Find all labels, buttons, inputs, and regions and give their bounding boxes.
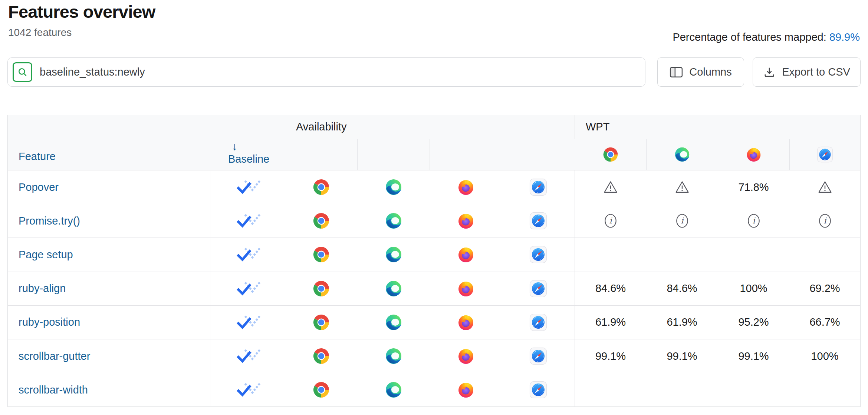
baseline-status-cell — [210, 305, 285, 339]
wpt-score-cell: 61.9% — [575, 305, 646, 339]
wpt-score-cell: 66.7% — [789, 305, 860, 339]
columns-button-label: Columns — [689, 66, 731, 78]
availability-subheader-cell — [502, 139, 575, 170]
svg-text:i: i — [609, 216, 613, 225]
wpt-score-cell: i — [646, 204, 718, 238]
wpt-score-cell: 99.1% — [646, 339, 718, 373]
availability-subheader-cell — [357, 139, 430, 170]
feature-link[interactable]: Popover — [19, 181, 59, 193]
baseline-newly-icon — [234, 247, 261, 262]
feature-link[interactable]: scrollbar-gutter — [19, 350, 90, 362]
availability-cell — [357, 373, 430, 406]
chrome-icon — [312, 347, 330, 365]
svg-text:i: i — [681, 216, 684, 225]
info-icon[interactable]: i — [603, 212, 618, 230]
edge-icon — [385, 347, 402, 365]
mapped-percentage-label: Percentage of features mapped: — [673, 31, 826, 43]
search-box[interactable] — [7, 57, 645, 87]
wpt-subheader-cell — [646, 139, 718, 170]
wpt-score-cell — [718, 373, 789, 406]
availability-cell — [357, 204, 430, 238]
mapped-percentage-link[interactable]: 89.9% — [829, 31, 860, 43]
svg-text:i: i — [752, 216, 756, 225]
safari-icon — [529, 381, 547, 399]
availability-cell — [502, 238, 575, 271]
feature-cell: Page setup — [8, 238, 210, 271]
wpt-score-value: 61.9% — [595, 316, 626, 328]
wpt-score-value: 99.1% — [667, 350, 697, 362]
safari-icon — [529, 212, 547, 230]
chrome-icon — [312, 313, 330, 331]
availability-cell — [285, 339, 357, 373]
feature-cell: Promise.try() — [8, 204, 210, 238]
availability-cell — [285, 272, 357, 305]
wpt-score-cell — [718, 238, 789, 271]
wpt-score-cell: 61.9% — [646, 305, 718, 339]
wpt-score-cell: 100% — [718, 272, 789, 305]
feature-cell: ruby-align — [8, 272, 210, 305]
baseline-status-cell — [210, 272, 285, 305]
availability-cell — [430, 238, 502, 271]
wpt-score-cell — [575, 238, 646, 271]
baseline-header-link[interactable]: Baseline — [228, 153, 269, 165]
wpt-score-value: 66.7% — [809, 316, 840, 328]
feature-header-link[interactable]: Feature — [19, 150, 56, 163]
wpt-score-value: 99.1% — [595, 350, 626, 362]
feature-cell: Popover — [8, 170, 210, 204]
wpt-score-cell — [575, 170, 646, 204]
safari-icon — [529, 246, 547, 263]
wpt-score-value: 71.8% — [738, 181, 769, 193]
export-csv-button-label: Export to CSV — [782, 66, 850, 78]
firefox-icon — [457, 381, 475, 399]
availability-cell — [430, 339, 502, 373]
info-icon[interactable]: i — [746, 212, 762, 230]
columns-icon — [670, 66, 683, 78]
magnifier-icon — [17, 67, 28, 78]
chrome-icon — [312, 178, 330, 196]
columns-button[interactable]: Columns — [657, 57, 744, 87]
column-group-availability: Availability — [285, 115, 575, 139]
column-header-feature: Feature — [8, 115, 210, 170]
availability-cell — [430, 373, 502, 406]
baseline-status-cell — [210, 339, 285, 373]
wpt-score-cell: 95.2% — [718, 305, 789, 339]
search-input[interactable] — [40, 66, 638, 78]
baseline-newly-icon — [234, 180, 261, 195]
wpt-score-cell: 99.1% — [718, 339, 789, 373]
baseline-newly-icon — [234, 315, 261, 330]
sort-descending-icon: ↓ — [228, 140, 269, 153]
wpt-score-cell: i — [789, 204, 860, 238]
warning-icon[interactable] — [817, 179, 833, 195]
wpt-score-cell: 69.2% — [789, 272, 860, 305]
feature-link[interactable]: ruby-position — [19, 316, 80, 328]
safari-icon — [817, 146, 833, 163]
edge-icon — [385, 212, 402, 230]
availability-cell — [285, 373, 357, 406]
info-icon[interactable]: i — [817, 212, 833, 230]
availability-cell — [430, 170, 502, 204]
feature-cell: scrollbar-gutter — [8, 339, 210, 373]
info-icon[interactable]: i — [674, 212, 690, 230]
features-overview-page: Features overview 1042 features Percenta… — [0, 0, 868, 415]
baseline-newly-icon — [234, 349, 261, 363]
warning-icon[interactable] — [602, 179, 619, 195]
feature-link[interactable]: Page setup — [19, 249, 73, 261]
export-csv-button[interactable]: Export to CSV — [753, 57, 861, 87]
wpt-score-cell: 100% — [789, 339, 860, 373]
wpt-score-cell: 71.8% — [718, 170, 789, 204]
feature-count: 1042 features — [8, 27, 72, 39]
warning-icon[interactable] — [674, 179, 690, 195]
safari-icon — [529, 347, 547, 365]
wpt-score-cell: 84.6% — [575, 272, 646, 305]
firefox-icon — [457, 178, 475, 196]
wpt-score-cell — [646, 238, 718, 271]
availability-subheader-cell — [430, 139, 502, 170]
feature-link[interactable]: scrollbar-width — [19, 384, 88, 396]
availability-cell — [430, 204, 502, 238]
feature-link[interactable]: Promise.try() — [19, 215, 80, 227]
feature-cell: scrollbar-width — [8, 373, 210, 406]
feature-link[interactable]: ruby-align — [19, 282, 66, 295]
availability-cell — [430, 305, 502, 339]
chrome-icon — [312, 280, 330, 298]
availability-cell — [502, 305, 575, 339]
